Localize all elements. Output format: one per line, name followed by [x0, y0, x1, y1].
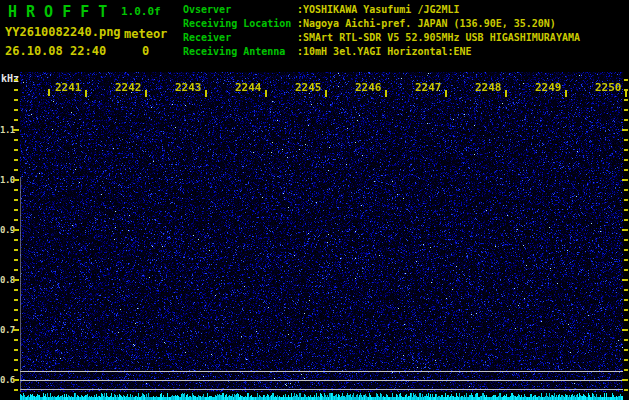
frequency-tick-minor — [14, 89, 18, 91]
frequency-tick-minor — [14, 339, 18, 341]
frequency-tick-minor — [624, 369, 628, 371]
time-label: 2249 — [535, 81, 562, 94]
frequency-tick-minor — [624, 89, 628, 91]
frequency-tick-minor — [624, 189, 628, 191]
app-title: H R O F F T — [8, 3, 107, 21]
frequency-tick-minor — [14, 309, 18, 311]
info-row: Ovserver:YOSHIKAWA Yasufumi /JG2MLI — [183, 3, 580, 17]
time-label: 2247 — [415, 81, 442, 94]
frequency-tick-minor — [624, 339, 628, 341]
frequency-tick-minor — [14, 149, 18, 151]
time-tick — [325, 90, 327, 97]
frequency-tick-minor — [624, 269, 628, 271]
frequency-tick-major — [622, 129, 628, 131]
hrofft-window: H R O F F T 1.0.0f YY2610082240.png mete… — [0, 0, 629, 400]
frequency-tick-minor — [624, 149, 628, 151]
mode-label: meteor — [124, 27, 167, 41]
frequency-tick-minor — [14, 219, 18, 221]
frequency-tick-minor — [14, 249, 18, 251]
frequency-tick-minor — [14, 99, 18, 101]
frequency-tick-minor — [624, 319, 628, 321]
frequency-tick-minor — [624, 259, 628, 261]
datetime-label: 26.10.08 22:40 — [5, 44, 106, 58]
time-tick — [625, 90, 627, 97]
info-label: Ovserver — [183, 3, 297, 17]
info-value: :SMArt RTL-SDR V5 52.905MHz USB HIGASHIM… — [297, 32, 580, 43]
frequency-tick-minor — [14, 269, 18, 271]
frequency-tick-major — [13, 129, 19, 131]
frequency-label: 1.0 — [0, 175, 13, 185]
frequency-tick-minor — [624, 209, 628, 211]
output-filename: YY2610082240.png — [5, 25, 121, 39]
frequency-tick-minor — [624, 159, 628, 161]
frequency-tick-major — [622, 379, 628, 381]
frequency-tick-minor — [14, 349, 18, 351]
meteor-count: 0 — [142, 44, 149, 58]
info-label: Receiving Antenna — [183, 45, 297, 59]
info-row: Receiving Antenna:10mH 3el.YAGI Horizont… — [183, 45, 580, 59]
frequency-tick-minor — [14, 319, 18, 321]
frequency-tick-minor — [14, 289, 18, 291]
frequency-tick-minor — [14, 189, 18, 191]
app-version: 1.0.0f — [121, 5, 161, 18]
frequency-tick-minor — [14, 79, 18, 81]
frequency-tick-major — [13, 279, 19, 281]
frequency-tick-minor — [624, 289, 628, 291]
time-label: 2244 — [235, 81, 262, 94]
hrofft-screen: { "header": { "app_title": "H R O F F T"… — [0, 0, 629, 400]
frequency-tick-major — [622, 179, 628, 181]
time-tick — [385, 90, 387, 97]
frequency-tick-minor — [14, 159, 18, 161]
frequency-tick-minor — [624, 239, 628, 241]
frequency-tick-minor — [624, 139, 628, 141]
frequency-tick-major — [622, 229, 628, 231]
time-label: 2243 — [175, 81, 202, 94]
info-block: Ovserver:YOSHIKAWA Yasufumi /JG2MLIRecei… — [183, 3, 580, 59]
frequency-tick-major — [622, 329, 628, 331]
time-tick — [445, 90, 447, 97]
frequency-tick-minor — [624, 219, 628, 221]
time-label: 2241 — [55, 81, 82, 94]
frequency-tick-major — [13, 179, 19, 181]
frequency-tick-minor — [624, 389, 628, 391]
frequency-tick-minor — [14, 259, 18, 261]
frequency-tick-minor — [14, 369, 18, 371]
time-tick — [565, 90, 567, 97]
frequency-tick-minor — [624, 109, 628, 111]
frequency-tick-minor — [14, 139, 18, 141]
frequency-tick-minor — [14, 389, 18, 391]
frequency-tick-minor — [624, 169, 628, 171]
frequency-tick-minor — [624, 359, 628, 361]
frequency-tick-major — [622, 279, 628, 281]
time-tick — [48, 89, 50, 96]
time-label: 2242 — [115, 81, 142, 94]
time-tick — [85, 90, 87, 97]
frequency-tick-minor — [14, 109, 18, 111]
frequency-label: 0.7 — [0, 325, 13, 335]
time-tick — [265, 90, 267, 97]
frequency-tick-minor — [624, 99, 628, 101]
frequency-label: 0.9 — [0, 225, 13, 235]
frequency-tick-minor — [624, 249, 628, 251]
info-row: Receiver:SMArt RTL-SDR V5 52.905MHz USB … — [183, 31, 580, 45]
frequency-tick-minor — [624, 299, 628, 301]
time-label: 2250 — [595, 81, 622, 94]
time-label: 2248 — [475, 81, 502, 94]
frequency-label: 0.6 — [0, 375, 13, 385]
frequency-label: 0.8 — [0, 275, 13, 285]
frequency-tick-minor — [14, 119, 18, 121]
frequency-tick-minor — [14, 209, 18, 211]
frequency-tick-major — [13, 329, 19, 331]
frequency-tick-minor — [14, 299, 18, 301]
frequency-tick-minor — [624, 199, 628, 201]
frequency-tick-minor — [624, 79, 628, 81]
info-value: :10mH 3el.YAGI Horizontal:ENE — [297, 46, 472, 57]
frequency-tick-major — [13, 229, 19, 231]
frequency-tick-major — [13, 379, 19, 381]
info-label: Receiving Location — [183, 17, 297, 31]
info-label: Receiver — [183, 31, 297, 45]
frequency-label: 1.1 — [0, 125, 13, 135]
frequency-tick-minor — [14, 199, 18, 201]
frequency-tick-minor — [14, 239, 18, 241]
info-value: :YOSHIKAWA Yasufumi /JG2MLI — [297, 4, 460, 15]
